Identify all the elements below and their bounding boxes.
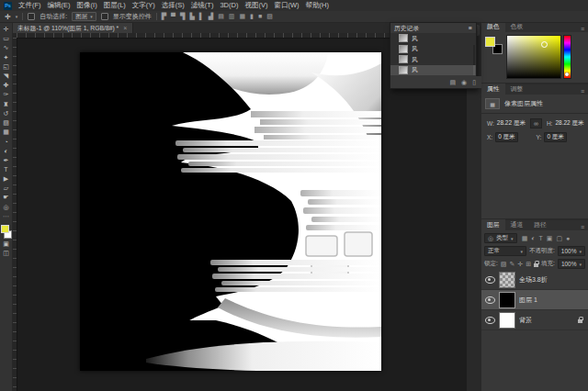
lock-artboard-icon[interactable]: ⊞ (526, 261, 531, 268)
pen-tool-icon[interactable]: ✒ (0, 156, 12, 165)
menu-item-7[interactable]: 3D(D) (220, 1, 238, 10)
show-transform-controls-checkbox[interactable] (101, 13, 108, 20)
history-state[interactable]: 风 (390, 54, 476, 65)
distribute-bottom-icon[interactable]: ▦ (239, 13, 245, 20)
move-tool-icon[interactable]: ✛ (0, 25, 12, 34)
foreground-color-swatch[interactable] (485, 37, 495, 47)
lock-all-icon[interactable] (534, 263, 538, 267)
align-options-icon[interactable]: ■ (258, 13, 262, 20)
width-value[interactable]: 28.22 厘米 (497, 119, 526, 128)
screen-mode-button[interactable]: ◫ (0, 249, 12, 258)
lock-image-pixels-icon[interactable]: ✎ (509, 261, 514, 268)
filter-type-layers-icon[interactable]: T (538, 235, 542, 242)
foreground-color-swatch[interactable] (1, 225, 9, 233)
panel-menu-icon[interactable]: ≡ (581, 224, 588, 230)
current-tool-icon[interactable]: ✛ (5, 13, 11, 21)
quick-selection-tool-icon[interactable]: ✦ (0, 53, 12, 62)
delete-state-icon[interactable]: ▯ (472, 79, 476, 86)
tab-properties[interactable]: 属性 (481, 84, 505, 95)
lock-position-icon[interactable]: ✛ (517, 261, 523, 268)
panel-menu-icon[interactable]: ≡ (581, 26, 588, 32)
distribute-horizontal-icon[interactable]: ▮ (250, 13, 254, 20)
align-right-icon[interactable]: ▜ (180, 13, 185, 20)
align-bottom-icon[interactable]: ▟ (209, 13, 213, 20)
brush-tool-icon[interactable]: ✑ (0, 90, 12, 99)
tool-preset-caret-icon[interactable]: ▾ (16, 14, 18, 19)
eraser-tool-icon[interactable]: ▨ (0, 118, 12, 128)
menu-item-9[interactable]: 窗口(W) (274, 1, 299, 10)
link-dimensions-icon[interactable]: ∞ (530, 118, 542, 128)
menu-item-6[interactable]: 滤镜(T) (191, 1, 214, 10)
history-state[interactable]: 风 (390, 33, 476, 44)
fill-field[interactable]: 100% ▾ (558, 259, 585, 269)
tab-layers[interactable]: 图层 (481, 219, 505, 230)
hue-slider-marker[interactable] (565, 73, 569, 76)
history-state[interactable]: 风 (390, 65, 476, 76)
zoom-tool-icon[interactable]: ◎ (0, 203, 12, 212)
panel-menu-icon[interactable]: ≡ (581, 88, 588, 95)
menu-item-2[interactable]: 图像(I) (77, 1, 97, 10)
panel-menu-icon[interactable]: ≡ (469, 25, 472, 31)
dodge-tool-icon[interactable]: ◐ (0, 146, 12, 155)
workspace-icon[interactable]: ▨ (266, 13, 273, 20)
tab-adjustments[interactable]: 调整 (505, 84, 529, 95)
history-scrollbar[interactable] (473, 45, 475, 75)
hand-tool-icon[interactable]: ☛ (0, 193, 12, 202)
layer-thumbnail[interactable] (499, 312, 515, 329)
lasso-tool-icon[interactable]: ∿ (0, 43, 12, 52)
type-tool-icon[interactable]: T (0, 165, 12, 174)
y-value-field[interactable]: 0 厘米 (544, 132, 566, 142)
auto-select-checkbox[interactable] (28, 13, 35, 20)
history-brush-tool-icon[interactable]: ↺ (0, 109, 12, 118)
crop-tool-icon[interactable]: ◱ (0, 62, 12, 72)
align-center-horizontal-icon[interactable]: ▀ (171, 13, 175, 20)
close-tab-icon[interactable]: × (123, 25, 127, 31)
filter-shape-layers-icon[interactable]: ▣ (547, 235, 553, 242)
quick-mask-button[interactable]: ▣ (0, 240, 12, 249)
shape-tool-icon[interactable]: ▱ (0, 184, 12, 193)
hue-slider[interactable] (563, 35, 571, 79)
layer-visibility-eye-icon[interactable] (485, 276, 495, 284)
filter-toggle-icon[interactable]: ● (566, 235, 570, 242)
auto-select-target-dropdown[interactable]: 图层 ▾ (72, 12, 96, 21)
history-state[interactable]: 风 (390, 44, 476, 55)
healing-brush-tool-icon[interactable]: ✚ (0, 81, 12, 90)
marquee-tool-icon[interactable]: ▭ (0, 34, 12, 43)
menu-item-8[interactable]: 视图(V) (244, 1, 267, 10)
path-selection-tool-icon[interactable]: ▶ (0, 174, 12, 184)
menu-item-10[interactable]: 帮助(H) (306, 1, 329, 10)
menu-item-5[interactable]: 选择(S) (162, 1, 185, 10)
menu-item-1[interactable]: 编辑(E) (48, 1, 71, 10)
layer-thumbnail[interactable] (499, 292, 515, 308)
photoshop-logo[interactable]: Ps (4, 2, 12, 10)
menu-item-3[interactable]: 图层(L) (104, 1, 126, 10)
filter-adjustment-layers-icon[interactable]: ◐ (531, 235, 535, 242)
canvas-image[interactable] (80, 52, 381, 371)
height-value[interactable]: 28.22 厘米 (555, 119, 583, 128)
filter-smart-objects-icon[interactable]: ▢ (556, 235, 562, 242)
filter-pixel-layers-icon[interactable]: ▦ (522, 235, 528, 242)
color-field-marker[interactable] (541, 41, 548, 48)
tab-paths[interactable]: 路径 (528, 219, 552, 230)
opacity-field[interactable]: 100% ▾ (558, 246, 585, 256)
layer-visibility-eye-icon[interactable] (485, 296, 495, 304)
x-value-field[interactable]: 0 厘米 (495, 132, 517, 142)
blur-tool-icon[interactable]: ◔ (0, 137, 12, 146)
menu-item-0[interactable]: 文件(F) (18, 1, 41, 10)
document-tab[interactable]: 未标题-1 @ 110%(图层 1, RGB/8#) * × (12, 23, 133, 33)
history-panel-header[interactable]: 历史记录 ≡ (390, 23, 476, 33)
align-left-icon[interactable]: ▛ (162, 13, 166, 20)
lock-transparent-pixels-icon[interactable]: ▨ (501, 261, 507, 268)
edit-toolbar-icon[interactable]: ⋯ (0, 212, 12, 221)
saturation-brightness-field[interactable] (506, 35, 561, 79)
scrollbar-thumb[interactable] (473, 65, 475, 75)
distribute-middle-icon[interactable]: ▥ (229, 13, 235, 20)
tab-channels[interactable]: 通道 (505, 219, 529, 230)
layer-row[interactable]: 全场3.8折 (481, 270, 588, 290)
new-document-from-state-icon[interactable]: ▤ (449, 79, 456, 86)
layer-row[interactable]: 图层 1 (481, 290, 588, 310)
layer-row[interactable]: 背景 (481, 310, 588, 330)
layer-thumbnail[interactable] (499, 272, 515, 288)
distribute-top-icon[interactable]: ▤ (218, 13, 224, 20)
clone-stamp-tool-icon[interactable]: ♜ (0, 100, 12, 109)
